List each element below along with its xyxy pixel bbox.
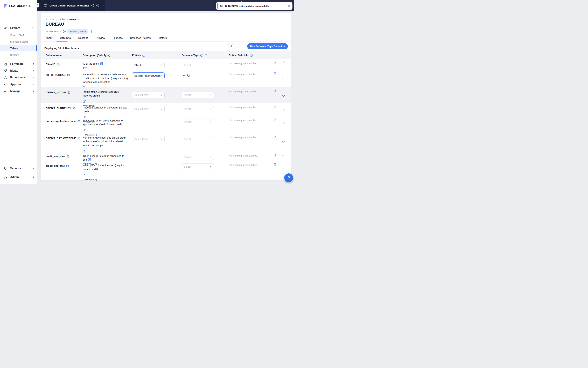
expand-row-icon[interactable]: [282, 110, 285, 111]
expand-row-icon[interactable]: [282, 62, 285, 63]
help-circle-icon[interactable]: ?: [250, 54, 253, 57]
semantic-type-select[interactable]: Select: [182, 154, 214, 160]
sidebar-item-managed-views[interactable]: Managed Views: [0, 38, 37, 45]
sidebar-item-experiment[interactable]: Experiment: [0, 74, 37, 81]
approve-all-button[interactable]: [237, 43, 243, 49]
filter-funnel-icon[interactable]: [205, 54, 207, 56]
tab-columns[interactable]: Columns: [60, 37, 71, 39]
sidebar-item-manage[interactable]: Manage: [0, 88, 37, 95]
remove-entity-icon[interactable]: [160, 64, 162, 66]
sidebar-item-source-tables[interactable]: Source Tables: [0, 32, 37, 38]
copy-icon[interactable]: [66, 164, 69, 167]
edit-icon[interactable]: [83, 100, 86, 103]
table-meta-row: EVENT TABLE ? PUBLIC_DRAFT: [45, 29, 93, 34]
copy-icon[interactable]: [72, 107, 75, 110]
expand-row-icon[interactable]: [282, 155, 285, 156]
project-selector[interactable]: Credit Default Dataset UI tutorial: [37, 0, 105, 11]
semantic-type-select[interactable]: Select: [182, 163, 214, 170]
breadcrumb-tables[interactable]: Tables: [58, 18, 65, 21]
clear-semantic-icon[interactable]: [209, 108, 212, 110]
edit-icon[interactable]: [100, 62, 103, 65]
semantic-type-select[interactable]: Select: [182, 62, 214, 68]
edit-icon[interactable]: [83, 173, 86, 176]
table-row: CREDIT_CURRENCY Recoded currency of the …: [41, 103, 291, 116]
entity-chip[interactable]: BureauReportedCredit: [132, 73, 165, 79]
edit-icon[interactable]: [274, 135, 277, 138]
search-button[interactable]: [228, 43, 234, 49]
clear-semantic-icon[interactable]: [209, 94, 212, 96]
remove-entity-icon[interactable]: [160, 75, 162, 77]
critical-data-info-text: No cleaning steps applied.: [229, 62, 270, 65]
edit-icon[interactable]: [274, 105, 277, 108]
help-fab-button[interactable]: ?: [284, 173, 293, 182]
help-circle-icon[interactable]: ?: [63, 30, 66, 33]
edit-icon[interactable]: [274, 89, 277, 92]
clear-semantic-icon[interactable]: [209, 156, 212, 158]
sidebar-item-tables[interactable]: Tables: [0, 45, 37, 51]
chevron-down-icon[interactable]: [101, 5, 104, 6]
semantic-type-select[interactable]: Select: [182, 106, 214, 112]
svg-text:?: ?: [201, 54, 202, 56]
semantic-type-select[interactable]: Select: [182, 92, 214, 98]
expand-row-icon[interactable]: [282, 78, 285, 79]
monitor-icon: [44, 4, 47, 7]
copy-icon[interactable]: [67, 155, 70, 158]
edit-icon[interactable]: [274, 153, 277, 157]
copy-icon[interactable]: [77, 137, 80, 139]
copy-icon[interactable]: [57, 63, 60, 66]
help-circle-icon[interactable]: ?: [143, 54, 145, 57]
gear-icon[interactable]: [96, 4, 99, 7]
edit-icon[interactable]: [274, 72, 277, 75]
edit-icon[interactable]: [274, 118, 277, 121]
entity-select[interactable]: Select Entity: [132, 106, 165, 112]
edit-icon[interactable]: [274, 163, 277, 166]
copy-icon[interactable]: [67, 91, 70, 94]
edit-icon[interactable]: [274, 61, 277, 64]
topbar: Credit Default Dataset UI tutorial SK_ID…: [37, 0, 294, 11]
main-content: Explore › Tables › BUREAU BUREAU EVENT T…: [37, 11, 294, 184]
semantic-type-select[interactable]: Select: [182, 119, 214, 125]
project-title: Credit Default Dataset UI tutorial: [50, 4, 89, 7]
active-tab-underline: [56, 41, 68, 42]
entity-select[interactable]: Select Entity: [132, 136, 165, 142]
help-circle-icon[interactable]: ?: [200, 54, 203, 57]
more-menu-icon[interactable]: [90, 30, 93, 33]
tab-details[interactable]: Details: [159, 37, 167, 39]
sidebar-item-explore[interactable]: Explore: [0, 25, 37, 31]
sidebar-item-entities[interactable]: Entities: [0, 51, 37, 58]
column-header-column-name: Column Name: [45, 51, 62, 59]
clear-semantic-icon[interactable]: [209, 166, 212, 168]
expand-row-icon[interactable]: [282, 141, 285, 143]
updown-icon: [160, 108, 162, 110]
share-icon[interactable]: [91, 4, 94, 7]
copy-icon[interactable]: [77, 120, 80, 122]
toast-close-icon[interactable]: [285, 5, 293, 7]
entity-chip[interactable]: Client: [132, 62, 165, 68]
expand-row-icon[interactable]: [282, 168, 285, 169]
run-semantic-type-detection-button[interactable]: Run Semantic Type Detection: [247, 43, 288, 49]
tab-describe[interactable]: Describe: [78, 37, 88, 39]
tab-preview[interactable]: Preview: [96, 37, 105, 39]
sidebar-item-ideate[interactable]: Ideate: [0, 67, 37, 74]
semantic-type-select[interactable]: Select: [182, 136, 214, 142]
sidebar-item-label: Ideate: [10, 69, 33, 72]
sidebar-item-security[interactable]: Security: [0, 164, 37, 173]
clear-semantic-icon[interactable]: [209, 64, 212, 66]
sidebar-item-approve[interactable]: Approve: [0, 81, 37, 88]
expand-row-icon[interactable]: [282, 95, 285, 97]
clear-semantic-icon[interactable]: [209, 121, 212, 123]
table-body: ClientID ID of the client [INT] Client S…: [41, 59, 291, 181]
sidebar-collapse-button[interactable]: [35, 3, 39, 8]
sidebar-item-label: Admin: [10, 176, 33, 179]
breadcrumb-explore[interactable]: Explore: [45, 18, 54, 21]
edit-icon[interactable]: [83, 128, 86, 132]
expand-row-icon[interactable]: [282, 122, 285, 124]
sidebar-item-admin[interactable]: Admin: [0, 173, 37, 182]
clear-semantic-icon[interactable]: [209, 138, 212, 140]
copy-icon[interactable]: [67, 74, 70, 76]
tab-features[interactable]: Features: [113, 37, 123, 39]
tab-about[interactable]: About: [45, 37, 52, 39]
entity-select[interactable]: Select Entity: [132, 92, 165, 98]
tab-database-diagram[interactable]: Database Diagram: [130, 37, 151, 39]
sidebar-item-formulate[interactable]: Formulate: [0, 60, 37, 67]
